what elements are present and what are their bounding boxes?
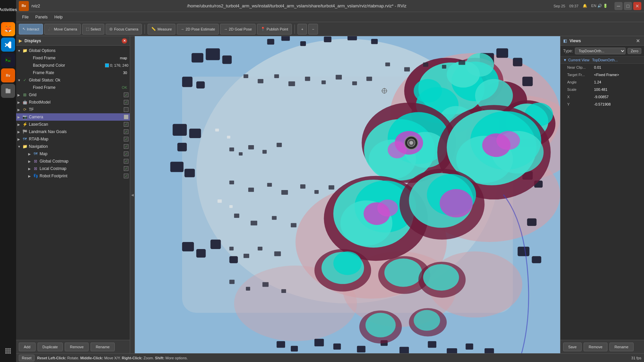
svg-point-8 [7, 352, 9, 354]
collapse-handle[interactable]: ◀ [130, 36, 135, 353]
window-title: /home/ubuntu/ros2_turbot4_arm_ws/install… [40, 3, 553, 8]
tree-status-fixed-frame[interactable]: Fixed Frame OK [16, 84, 130, 91]
camera-color-indicator[interactable] [124, 115, 128, 119]
goal-pose-button[interactable]: → 2D Goal Pose [220, 24, 255, 35]
maximize-button[interactable]: □ [624, 2, 632, 10]
focus-camera-button[interactable]: ◎ Focus Camera [106, 24, 142, 35]
toolbar-separator-1 [145, 24, 145, 34]
add-display-button[interactable]: Add [19, 343, 36, 351]
svg-point-9 [9, 352, 11, 354]
taskbar-firefox[interactable]: 🦊 [1, 22, 15, 36]
displays-close-button[interactable]: ✕ [122, 38, 127, 44]
tree-global-status[interactable]: ▼ ✓ Global Status: Ok [16, 76, 130, 84]
tree-rtab-map[interactable]: ▶ 🗺 RTAB-Map [16, 135, 130, 143]
tree-grid[interactable]: ▶ ⊞ Grid [16, 91, 130, 99]
menu-panels[interactable]: Panels [32, 13, 51, 21]
taskbar-terminal[interactable] [1, 53, 15, 67]
menu-help[interactable]: Help [51, 13, 66, 21]
tree-navigation[interactable]: ▼ 📁 Navigation [16, 143, 130, 150]
svg-rect-37 [522, 77, 533, 86]
svg-rect-52 [314, 339, 324, 347]
tree-laserscan[interactable]: ▶ ⚡ LaserScan [16, 121, 130, 128]
menu-file[interactable]: File [19, 13, 32, 21]
views-y: Y -0.571908 [560, 101, 644, 108]
tree-background-color[interactable]: Background Color 0; 176; 240 [16, 62, 130, 69]
svg-rect-41 [300, 41, 306, 46]
tree-fixed-frame[interactable]: Fixed Frame map [16, 54, 130, 62]
displays-buttons: Add Duplicate Remove Rename [16, 340, 130, 353]
landmark-checkbox[interactable] [124, 129, 128, 134]
taskbar-rviz[interactable]: Rv [1, 68, 15, 82]
reset-button[interactable]: Reset [19, 355, 35, 361]
tree-robot-model[interactable]: ▶ 🤖 RobotModel [16, 99, 130, 106]
displays-header: ▶ Displays ✕ [16, 36, 130, 46]
grid-label: Grid [29, 93, 124, 97]
svg-point-6 [9, 350, 11, 352]
svg-rect-36 [513, 58, 522, 66]
svg-rect-144 [336, 75, 342, 79]
taskbar-activities[interactable]: Activities [1, 3, 15, 17]
svg-rect-150 [442, 65, 446, 69]
tree-landmark-nav-goals[interactable]: ▶ 🏁 Landmark Nav Goals [16, 128, 130, 135]
minus-toolbar-button[interactable]: − [308, 24, 318, 35]
global-costmap-checkbox[interactable] [124, 159, 128, 164]
svg-point-5 [7, 350, 9, 352]
tree-tf[interactable]: ▶ ⟳ TF [16, 106, 130, 113]
tree-local-costmap[interactable]: ▶ ⊠ Local Costmap [16, 165, 130, 172]
nav-map-checkbox[interactable] [124, 152, 128, 156]
tree-nav-map[interactable]: ▶ 🗺 Map [16, 150, 130, 158]
minimize-button[interactable]: ─ [614, 2, 623, 10]
measure-button[interactable]: 📏 Measure [148, 24, 175, 35]
publish-point-button[interactable]: 📍 Publish Point [257, 24, 292, 35]
add-toolbar-button[interactable]: + [298, 24, 307, 35]
tf-checkbox[interactable] [124, 107, 128, 112]
tree-camera[interactable]: ▶ 📷 Camera [16, 113, 130, 121]
navigation-checkbox[interactable] [124, 144, 128, 149]
y-value: -0.571908 [594, 102, 611, 106]
nav-map-icon: 🗺 [33, 151, 38, 157]
status-check-icon: ✓ [22, 77, 28, 83]
remove-display-button[interactable]: Remove [65, 343, 89, 351]
svg-rect-132 [258, 247, 262, 250]
svg-rect-124 [314, 190, 319, 194]
svg-rect-0 [5, 57, 11, 63]
rename-view-button[interactable]: Rename [609, 343, 634, 351]
tree-global-options[interactable]: ▼ 📁 Global Options [16, 47, 130, 54]
remove-view-button[interactable]: Remove [584, 343, 607, 351]
taskbar-files[interactable] [1, 84, 15, 98]
svg-point-70 [466, 53, 494, 76]
tree-global-costmap[interactable]: ▶ ⊠ Global Costmap [16, 158, 130, 165]
pose-estimate-button[interactable]: → 2D Pose Estimate [177, 24, 219, 35]
viewport[interactable] [135, 36, 560, 353]
svg-rect-60 [485, 348, 494, 353]
views-zero-button[interactable]: Zero [628, 48, 641, 54]
tree-robot-footprint[interactable]: ▶ 👣 Robot Footprint [16, 172, 130, 180]
close-button[interactable]: ✕ [633, 2, 641, 10]
views-type-select[interactable]: TopDownOrth... [575, 48, 626, 54]
global-status-label: Global Status: Ok [29, 78, 128, 82]
status-hint: Reset Left-Click: Rotate. Middle-Click: … [37, 356, 188, 360]
taskbar-vscode[interactable] [1, 38, 15, 52]
svg-point-82 [388, 141, 407, 159]
laserscan-checkbox[interactable] [124, 122, 128, 127]
select-button[interactable]: ⬚ Select [82, 24, 105, 35]
grid-checkbox[interactable] [124, 93, 128, 97]
rtab-map-checkbox[interactable] [124, 137, 128, 141]
robot-model-checkbox[interactable] [124, 100, 128, 105]
x-value: -9.00857 [594, 95, 608, 99]
duplicate-display-button[interactable]: Duplicate [38, 343, 63, 351]
svg-point-3 [9, 348, 11, 350]
interact-button[interactable]: ↖ Interact [19, 24, 43, 35]
views-close-button[interactable]: ✕ [636, 38, 641, 44]
save-view-button[interactable]: Save [563, 343, 582, 351]
robot-footprint-checkbox[interactable] [124, 174, 128, 178]
taskbar-apps[interactable] [1, 344, 15, 358]
angle-label: Angle [567, 80, 594, 84]
tree-frame-rate[interactable]: Frame Rate 30 [16, 69, 130, 76]
svg-rect-56 [399, 347, 409, 353]
svg-point-99 [440, 189, 473, 218]
svg-rect-24 [196, 81, 205, 88]
local-costmap-checkbox[interactable] [124, 166, 128, 171]
move-camera-button[interactable]: 🎥 Move Camera [44, 24, 81, 35]
rename-display-button[interactable]: Rename [91, 343, 115, 351]
